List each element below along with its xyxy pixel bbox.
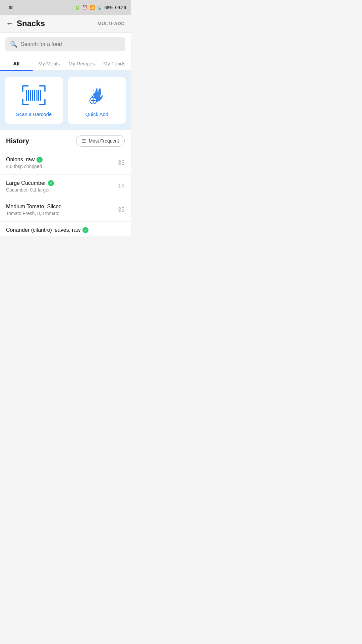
- sort-label: Most Frequent: [89, 138, 119, 144]
- back-button[interactable]: ←: [6, 19, 13, 28]
- quick-add-label: Quick Add: [85, 111, 108, 117]
- app-bar-left: ← Snacks: [6, 19, 45, 28]
- wifi-icon: 📶: [89, 5, 95, 10]
- status-bar:  ✉ 🔋 ⏰ 📶 📡 68% 09:26: [0, 0, 131, 15]
- search-icon: 🔍: [10, 41, 17, 48]
- svg-rect-7: [40, 90, 41, 101]
- tabs-bar: All My Meals My Recipes My Foods: [0, 56, 131, 71]
- food-item[interactable]: Large Cucumber ✓ Cucumber, 0,1 larger 18: [0, 175, 131, 198]
- food-item-detail: 2,0 tbsp chopped: [6, 164, 114, 169]
- mail-icon: ✉: [9, 5, 13, 10]
- time-display: 09:26: [115, 5, 126, 10]
- tab-all[interactable]: All: [0, 56, 33, 70]
- food-item[interactable]: Onions, raw ✓ 2,0 tbsp chopped 33: [0, 151, 131, 175]
- status-bar-left:  ✉: [5, 5, 13, 10]
- food-item-name: Large Cucumber ✓: [6, 180, 114, 186]
- page-title: Snacks: [17, 19, 45, 28]
- search-input[interactable]: [21, 41, 121, 47]
- app-bar: ← Snacks MULTI-ADD: [0, 15, 131, 33]
- tab-my-recipes[interactable]: My Recipes: [65, 56, 98, 70]
- food-item[interactable]: Coriander (cilantro) leaves, raw ✓: [0, 222, 131, 237]
- quick-add-card[interactable]: Quick Add: [68, 77, 126, 124]
- search-box[interactable]: 🔍: [5, 37, 125, 51]
- food-item[interactable]: Medium Tomato, Sliced Tomato Fresh, 0,3 …: [0, 198, 131, 222]
- history-header: History ☰ Most Frequent: [0, 130, 131, 151]
- food-item-calories: 18: [118, 183, 125, 190]
- food-list: Onions, raw ✓ 2,0 tbsp chopped 33 Large …: [0, 151, 131, 237]
- quick-add-icon: [87, 85, 107, 107]
- sort-icon: ☰: [82, 138, 86, 144]
- signal-icon: 📡: [97, 5, 102, 10]
- svg-rect-5: [36, 90, 37, 101]
- action-cards-section: Scan a Barcode Quick Add: [0, 71, 131, 130]
- scan-barcode-label: Scan a Barcode: [16, 111, 52, 117]
- svg-rect-0: [26, 90, 27, 101]
- svg-rect-2: [30, 90, 31, 101]
- battery-percent: 68%: [104, 5, 113, 10]
- tab-my-foods[interactable]: My Foods: [98, 56, 131, 70]
- sort-button[interactable]: ☰ Most Frequent: [76, 135, 125, 147]
- facebook-icon: : [5, 5, 6, 10]
- scan-barcode-card[interactable]: Scan a Barcode: [5, 77, 63, 124]
- svg-rect-1: [28, 90, 29, 101]
- status-bar-right: 🔋 ⏰ 📶 📡 68% 09:26: [75, 5, 126, 10]
- svg-rect-6: [38, 90, 39, 101]
- food-item-name: Onions, raw ✓: [6, 157, 114, 163]
- verified-badge: ✓: [48, 180, 54, 186]
- food-item-detail: Tomato Fresh, 0,3 tomato: [6, 211, 114, 216]
- verified-badge: ✓: [37, 157, 43, 163]
- svg-rect-4: [34, 90, 35, 101]
- food-item-detail: Cucumber, 0,1 larger: [6, 187, 114, 193]
- food-item-calories: 33: [118, 159, 125, 166]
- battery-status-icon: 🔋: [75, 5, 80, 10]
- tab-my-meals[interactable]: My Meals: [33, 56, 66, 70]
- barcode-icon: [22, 85, 46, 107]
- multi-add-button[interactable]: MULTI-ADD: [98, 21, 125, 26]
- svg-rect-3: [32, 90, 33, 101]
- verified-badge: ✓: [82, 227, 88, 233]
- search-container: 🔍: [0, 33, 131, 56]
- alarm-icon: ⏰: [82, 5, 87, 10]
- food-item-calories: 35: [118, 206, 125, 213]
- food-item-name: Medium Tomato, Sliced: [6, 204, 114, 210]
- history-title: History: [6, 137, 29, 145]
- food-item-name: Coriander (cilantro) leaves, raw ✓: [6, 227, 125, 233]
